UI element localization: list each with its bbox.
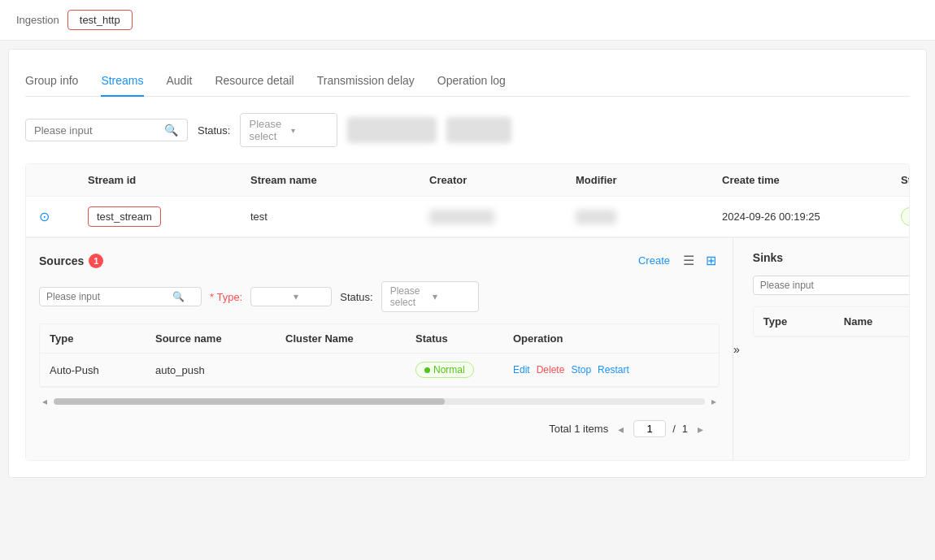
modifier-cell (563, 200, 709, 234)
sources-sub-table: Type Source name Cluster Name Status Ope… (39, 323, 720, 388)
sources-th-type: Type (40, 324, 146, 353)
th-stream-id: Stream id (75, 164, 237, 196)
status-select-value: Please select (249, 118, 286, 142)
sources-th-cluster: Cluster Name (276, 324, 406, 353)
edit-link[interactable]: Edit (513, 364, 530, 376)
sources-title: Sources 1 (39, 254, 103, 268)
tab-transmission-delay[interactable]: Transmission delay (317, 66, 415, 97)
sources-status-arrow: ▾ (433, 291, 470, 302)
th-modifier: Modifier (563, 164, 709, 196)
pagination-total: Total 1 items (549, 423, 608, 435)
stop-link[interactable]: Stop (571, 364, 591, 376)
type-select[interactable]: ▾ (250, 287, 332, 306)
expand-panels-icon[interactable]: » (733, 343, 740, 356)
scroll-left-arrow[interactable]: ◂ (39, 396, 50, 407)
sinks-search-wrap[interactable] (753, 276, 910, 295)
tab-group-info[interactable]: Group info (25, 66, 78, 97)
th-create-time: Create time (709, 164, 888, 196)
status-cell: Success (888, 198, 910, 236)
tab-streams[interactable]: Streams (101, 66, 143, 97)
sources-sinks-row: Sources 1 Create ☰ ⊞ (26, 238, 909, 460)
tab-resource-detail[interactable]: Resource detail (215, 66, 294, 97)
th-stream-name: Stream name (237, 164, 416, 196)
scroll-thumb (54, 398, 445, 405)
sources-th-status: Status (406, 324, 503, 353)
type-required-label: * Type: (210, 291, 242, 303)
sources-search-wrap[interactable]: 🔍 (39, 287, 202, 306)
view-icons: ☰ ⊞ (680, 251, 720, 270)
sources-status-value: Please select (390, 285, 428, 308)
tab-operation-log[interactable]: Operation log (437, 66, 506, 97)
delete-link[interactable]: Delete (537, 364, 565, 376)
expand-cell[interactable]: ⊙ (26, 199, 75, 234)
breadcrumb-tab[interactable]: test_http (67, 10, 133, 30)
sinks-search-input[interactable] (760, 280, 886, 291)
stream-name-cell: test (237, 201, 416, 232)
grid-view-icon[interactable]: ⊞ (702, 251, 720, 270)
sources-search-icon[interactable]: 🔍 (172, 291, 185, 302)
list-view-icon[interactable]: ☰ (680, 251, 698, 270)
sources-filter-row: 🔍 * Type: ▾ Status: Please select ▾ (39, 281, 720, 312)
th-expand (26, 164, 75, 196)
status-success-badge: Success (901, 207, 910, 226)
tab-bar: Group info Streams Audit Resource detail… (25, 66, 910, 97)
sources-row-name: auto_push (146, 356, 276, 384)
next-page-arrow[interactable]: ▸ (694, 423, 707, 436)
sources-create-link[interactable]: Create (638, 254, 670, 267)
expand-arrow-col[interactable]: » (733, 238, 740, 460)
sources-row-status: Normal (406, 354, 503, 386)
tab-audit[interactable]: Audit (167, 66, 193, 97)
stream-id-cell[interactable]: test_stream (75, 197, 237, 237)
operation-links: Edit Delete Stop Restart (513, 364, 656, 376)
th-status: Status (888, 164, 910, 196)
streams-table: Stream id Stream name Creator Modifier C… (25, 163, 910, 461)
create-time-cell: 2024-09-26 00:19:25 (709, 201, 888, 232)
modifier-blurred (576, 210, 616, 224)
breadcrumb-parent: Ingestion (16, 14, 59, 26)
sources-th-operation: Operation (503, 324, 666, 353)
sources-row: Auto-Push auto_push Normal (40, 354, 719, 387)
sinks-panel: Sinks Type Name (740, 238, 910, 460)
action-btn-2[interactable] (446, 117, 511, 143)
horizontal-scrollbar[interactable]: ◂ ▸ (39, 393, 720, 410)
sinks-panel-header: Sinks (753, 251, 910, 264)
restart-link[interactable]: Restart (598, 364, 629, 376)
status-select[interactable]: Please select ▾ (240, 113, 337, 147)
sources-status-select[interactable]: Please select ▾ (381, 281, 479, 312)
action-btn-1[interactable] (347, 117, 437, 143)
stream-id-value[interactable]: test_stream (88, 206, 161, 227)
sources-title-text: Sources (39, 254, 84, 267)
sources-search-input[interactable] (46, 291, 172, 302)
status-normal-label: Normal (433, 364, 465, 376)
type-select-arrow: ▾ (294, 291, 323, 302)
sources-pagination: Total 1 items ◂ / 1 ▸ (39, 410, 720, 447)
th-creator: Creator (416, 164, 563, 196)
status-filter-label: Status: (198, 124, 230, 137)
sinks-th-name: Name (834, 307, 910, 336)
status-normal-badge: Normal (415, 362, 474, 378)
sources-badge: 1 (89, 254, 103, 268)
creator-blurred (429, 210, 494, 224)
table-row: ⊙ test_stream test 2024-09-26 00:19:25 S… (26, 197, 909, 237)
scroll-track[interactable] (54, 398, 705, 405)
expand-icon[interactable]: ⊙ (39, 210, 50, 224)
sinks-title: Sinks (753, 251, 783, 264)
prev-page-arrow[interactable]: ◂ (615, 423, 627, 436)
sources-row-type: Auto-Push (40, 356, 146, 384)
scroll-right-arrow[interactable]: ▸ (708, 396, 720, 407)
main-search-icon[interactable]: 🔍 (164, 124, 178, 137)
sinks-table: Type Name (753, 306, 910, 337)
sources-panel-header: Sources 1 Create ☰ ⊞ (39, 251, 720, 270)
main-search-input[interactable] (34, 124, 164, 137)
main-content: Group info Streams Audit Resource detail… (8, 49, 927, 478)
main-search-wrap[interactable]: 🔍 (25, 119, 188, 141)
sources-status-label: Status: (340, 291, 372, 303)
sources-panel: Sources 1 Create ☰ ⊞ (26, 238, 733, 460)
page-input[interactable] (633, 420, 666, 437)
filter-row: 🔍 Status: Please select ▾ (25, 113, 910, 147)
sources-row-operations: Edit Delete Stop Restart (503, 356, 666, 384)
sinks-table-header: Type Name (754, 307, 910, 336)
creator-cell (416, 200, 563, 234)
page-separator: / (672, 423, 676, 435)
normal-dot-icon (424, 367, 430, 373)
